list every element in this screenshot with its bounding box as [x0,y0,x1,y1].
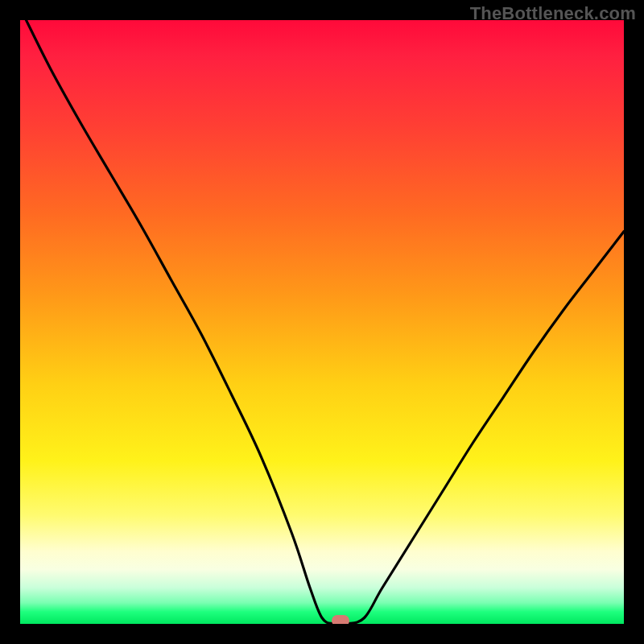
plot-area [20,20,624,624]
bottleneck-curve [20,20,624,624]
curve-path [27,20,625,624]
watermark-text: TheBottleneck.com [470,3,636,24]
optimal-point-marker [332,615,349,624]
chart-frame: TheBottleneck.com [0,0,644,644]
